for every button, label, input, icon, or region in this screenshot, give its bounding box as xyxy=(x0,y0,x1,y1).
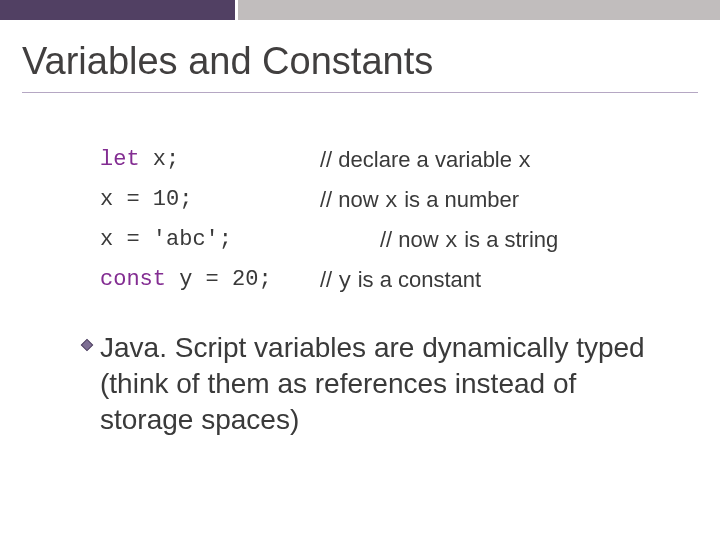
code-row: x = 10;// now x is a number xyxy=(100,180,660,220)
top-accent-bar xyxy=(0,0,720,20)
slide-title: Variables and Constants xyxy=(22,40,433,83)
diamond-bullet-icon xyxy=(80,338,94,352)
code-rest: y = 20; xyxy=(166,267,272,292)
code-row: let x;// declare a variable x xyxy=(100,140,660,180)
code-comment: // now x is a string xyxy=(320,220,558,262)
bullet-text: Java. Script variables are dynamically t… xyxy=(100,330,660,438)
svg-rect-0 xyxy=(81,339,92,350)
bullet-item: Java. Script variables are dynamically t… xyxy=(80,330,660,438)
top-accent-bar-left xyxy=(0,0,235,20)
code-row: const y = 20;// y is a constant xyxy=(100,260,660,300)
title-underline xyxy=(22,92,698,93)
code-snippet: let x; xyxy=(100,140,320,180)
code-comment: // now x is a number xyxy=(320,180,519,222)
code-comment: // declare a variable x xyxy=(320,140,531,182)
code-rest: x = 'abc'; xyxy=(100,227,232,252)
code-snippet: x = 'abc'; xyxy=(100,220,320,260)
code-comment: // y is a constant xyxy=(320,260,481,302)
code-row: x = 'abc';// now x is a string xyxy=(100,220,660,260)
code-rest: x; xyxy=(140,147,180,172)
code-keyword: let xyxy=(100,147,140,172)
code-rest: x = 10; xyxy=(100,187,192,212)
code-examples: let x;// declare a variable x x = 10;// … xyxy=(100,140,660,300)
code-snippet: const y = 20; xyxy=(100,260,320,300)
code-keyword: const xyxy=(100,267,166,292)
code-snippet: x = 10; xyxy=(100,180,320,220)
top-accent-bar-right xyxy=(238,0,720,20)
